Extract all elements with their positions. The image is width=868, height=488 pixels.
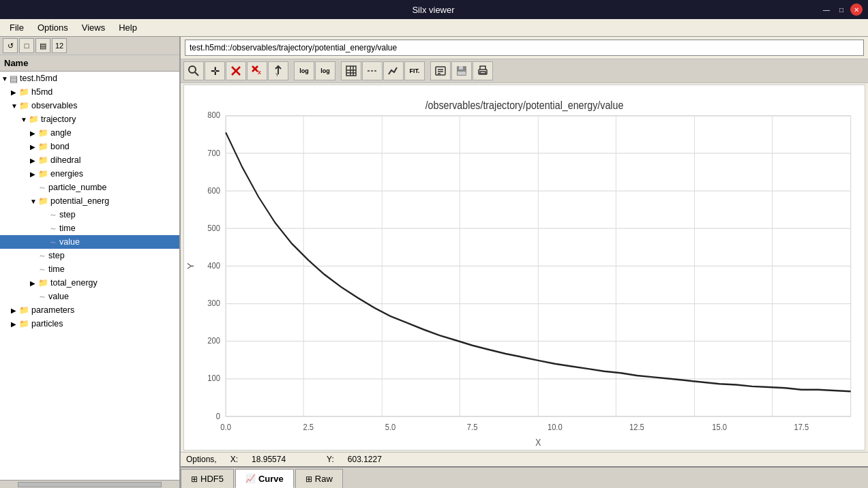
collapse-button[interactable]: ▤ [35, 38, 50, 53]
tree-item-total-energy[interactable]: ▶ 📁 total_energy [0, 276, 179, 290]
tree-label: particle_numbe [48, 183, 106, 192]
tree-item-observables[interactable]: ▼ 📁 observables [0, 99, 179, 112]
tab-raw[interactable]: ⊞ Raw [295, 469, 343, 488]
tree-item-value-2[interactable]: ～ value [0, 290, 179, 303]
arrow-icon [30, 293, 38, 301]
legend-button[interactable] [430, 61, 451, 80]
tree-item-energies[interactable]: ▶ 📁 energies [0, 167, 179, 181]
arrow-icon [30, 184, 38, 192]
arrow-icon [41, 225, 49, 232]
svg-text:200: 200 [207, 335, 220, 346]
stats-button[interactable] [383, 61, 404, 80]
svg-text:300: 300 [207, 298, 220, 308]
tree-item-particles[interactable]: ▶ 📁 particles [0, 317, 179, 331]
arrow-icon: ▶ [30, 143, 38, 151]
svg-text:5.0: 5.0 [385, 422, 396, 432]
tree-item-time-1[interactable]: ～ time [0, 222, 179, 235]
y-auto-button[interactable]: Y [268, 61, 288, 80]
status-bar: Options, X: 18.95574 Y: 603.1227 [181, 452, 868, 466]
tree-item-value-selected[interactable]: ～ value [0, 235, 179, 249]
arrow-icon [41, 211, 49, 219]
tree-item-angle[interactable]: ▶ 📁 angle [0, 126, 179, 140]
tree-label: angle [50, 128, 72, 138]
reset-zoom-button[interactable] [226, 61, 246, 80]
chart-svg: /observables/trajectory/potential_energy… [184, 91, 865, 450]
left-scrollbar[interactable] [0, 480, 179, 488]
tree-item-trajectory[interactable]: ▼ 📁 trajectory [0, 112, 179, 126]
tree-header-label: Name [4, 58, 28, 68]
zoom-button[interactable] [183, 61, 204, 80]
tree-label: step [48, 251, 65, 260]
tree-item-test-h5md[interactable]: ▼ ▤ test.h5md [0, 72, 179, 85]
tabs-bar: ⊞ HDF5 📈 Curve ⊞ Raw [181, 466, 868, 488]
refresh-button[interactable]: ↺ [3, 38, 18, 53]
tree-item-time-2[interactable]: ～ time [0, 262, 179, 276]
tree-item-step-1[interactable]: ～ step [0, 208, 179, 222]
dataset-icon: ～ [38, 250, 46, 262]
menu-views[interactable]: Views [75, 20, 112, 35]
curve-style-button[interactable] [362, 61, 383, 80]
fit-button[interactable]: FIT. [404, 61, 425, 80]
print-button[interactable] [473, 61, 493, 80]
tree-label: time [59, 224, 76, 233]
tree-item-parameters[interactable]: ▶ 📁 parameters [0, 303, 179, 317]
svg-text:X: X [535, 437, 541, 448]
svg-text:10.0: 10.0 [548, 422, 563, 432]
dataset-icon: ～ [38, 264, 46, 275]
arrow-icon [30, 252, 38, 260]
svg-rect-25 [480, 72, 485, 74]
svg-text:X: X [258, 70, 261, 75]
main-layout: ↺ □ ▤ 12 Name ▼ ▤ test.h5md ▶ 📁 h5md ▼ [0, 37, 868, 488]
pan-button[interactable]: ✛ [205, 61, 225, 80]
menu-file[interactable]: File [3, 20, 31, 35]
tree-item-h5md[interactable]: ▶ 📁 h5md [0, 85, 179, 99]
x-value: 18.95574 [252, 455, 286, 464]
grid-button[interactable] [341, 61, 361, 80]
tree-item-particle-numbe[interactable]: ～ particle_numbe [0, 181, 179, 194]
tree-item-bond[interactable]: ▶ 📁 bond [0, 140, 179, 153]
sort-button[interactable]: 12 [52, 38, 67, 53]
tree-label: potential_energ [50, 196, 109, 206]
arrow-icon: ▶ [30, 279, 38, 287]
minimize-button[interactable]: — [820, 3, 833, 16]
tree-item-step-2[interactable]: ～ step [0, 249, 179, 262]
y-value: 603.1227 [348, 455, 382, 464]
folder-icon: 📁 [29, 115, 39, 124]
tab-curve[interactable]: 📈 Curve [235, 469, 294, 488]
address-input[interactable] [185, 40, 864, 56]
arrow-icon: ▶ [11, 89, 19, 96]
menu-options[interactable]: Options [31, 20, 75, 35]
tree-label: bond [50, 142, 70, 151]
close-button[interactable]: ✕ [850, 3, 863, 16]
expand-button[interactable]: □ [19, 38, 34, 53]
tree-label: value [59, 237, 80, 247]
log-x-button[interactable]: log [294, 61, 314, 80]
tree-item-dihedral[interactable]: ▶ 📁 dihedral [0, 153, 179, 167]
tree-label: step [59, 210, 76, 219]
folder-icon: 📁 [19, 87, 29, 97]
curve-tab-label: Curve [258, 474, 284, 484]
svg-text:Y: Y [186, 262, 196, 269]
tree-label: parameters [31, 305, 74, 315]
folder-icon: 📁 [19, 305, 29, 315]
menu-help[interactable]: Help [112, 20, 144, 35]
arrow-icon: ▼ [30, 198, 38, 205]
plot-toolbar: ✛ X Y log [181, 59, 868, 83]
tree-item-potential-energ[interactable]: ▼ 📁 potential_energ [0, 194, 179, 208]
tree-label: test.h5md [20, 74, 57, 83]
tree-label: h5md [31, 87, 53, 97]
tab-hdf5[interactable]: ⊞ HDF5 [181, 469, 234, 488]
svg-text:17.5: 17.5 [794, 422, 809, 432]
dataset-icon: ～ [38, 182, 46, 194]
x-reset-button[interactable]: X [247, 61, 267, 80]
window-controls: — □ ✕ [820, 3, 863, 16]
svg-text:0: 0 [216, 411, 220, 421]
logx-icon: log [299, 67, 309, 74]
tree-label: dihedral [50, 155, 80, 165]
maximize-button[interactable]: □ [835, 3, 848, 16]
arrow-icon: ▶ [11, 307, 19, 314]
log-y-button[interactable]: log [315, 61, 335, 80]
save-button[interactable] [451, 61, 472, 80]
left-panel: ↺ □ ▤ 12 Name ▼ ▤ test.h5md ▶ 📁 h5md ▼ [0, 37, 181, 488]
arrow-icon: ▶ [30, 170, 38, 178]
